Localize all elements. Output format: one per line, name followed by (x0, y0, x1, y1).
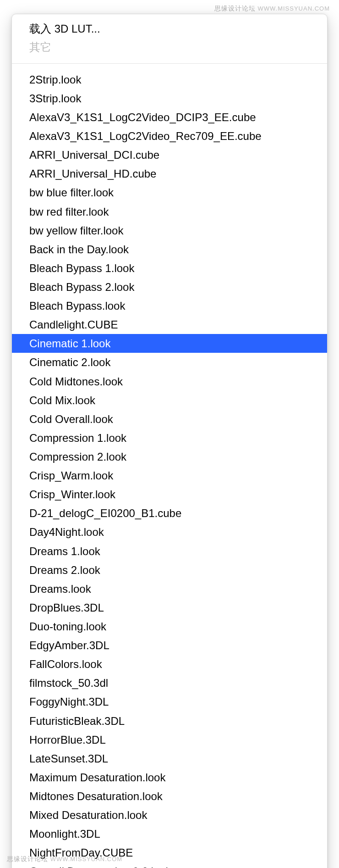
lut-list-item[interactable]: Mixed Desaturation.look (12, 806, 327, 824)
lut-list-item[interactable]: Cinematic 2.look (12, 353, 327, 372)
lut-list-item[interactable]: Cold Midtones.look (12, 372, 327, 391)
lut-list-item[interactable]: filmstock_50.3dl (12, 673, 327, 692)
lut-list-item[interactable]: Day4Night.look (12, 523, 327, 541)
lut-list-item[interactable]: Cold Overall.look (12, 410, 327, 428)
lut-list-item[interactable]: Bleach Bypass 1.look (12, 259, 327, 278)
lut-list-item[interactable]: Midtones Desaturation.look (12, 787, 327, 806)
lut-list-item[interactable]: bw yellow filter.look (12, 221, 327, 240)
lut-list-item[interactable]: FuturisticBleak.3DL (12, 712, 327, 730)
load-3d-lut-item[interactable]: 载入 3D LUT... (12, 20, 327, 38)
lut-list-item[interactable]: AlexaV3_K1S1_LogC2Video_DCIP3_EE.cube (12, 108, 327, 127)
lut-list-item[interactable]: bw red filter.look (12, 202, 327, 221)
watermark-top-chinese: 思缘设计论坛 (214, 5, 256, 12)
lut-list-item[interactable]: Crisp_Winter.look (12, 485, 327, 504)
dropdown-separator (12, 63, 327, 64)
lut-list-item[interactable]: Bleach Bypass.look (12, 296, 327, 315)
lut-list-item[interactable]: HorrorBlue.3DL (12, 730, 327, 749)
lut-list-item[interactable]: Compression 2.look (12, 447, 327, 466)
lut-list-item[interactable]: Cold Mix.look (12, 391, 327, 410)
lut-list-item[interactable]: Candlelight.CUBE (12, 315, 327, 334)
lut-list-item[interactable]: Moonlight.3DL (12, 824, 327, 843)
lut-list-item[interactable]: LateSunset.3DL (12, 749, 327, 768)
other-item: 其它 (12, 38, 327, 56)
dropdown-header-section: 载入 3D LUT... 其它 (12, 20, 327, 63)
watermark-bottom: 思缘设计论坛 WWW.MISSYUAN.COM (7, 855, 122, 863)
lut-list-item[interactable]: 3Strip.look (12, 89, 327, 108)
lut-list-item[interactable]: EdgyAmber.3DL (12, 636, 327, 655)
lut-list-item[interactable]: Dreams 2.look (12, 561, 327, 579)
lut-list-item[interactable]: Bleach Bypass 2.look (12, 278, 327, 296)
lut-list-item[interactable]: Back in the Day.look (12, 240, 327, 259)
lut-list-item[interactable]: ARRI_Universal_HD.cube (12, 164, 327, 183)
lut-list-item[interactable]: Cinematic 1.look (12, 334, 327, 353)
lut-list-item[interactable]: Maximum Desaturation.look (12, 768, 327, 787)
lut-list-item[interactable]: D-21_delogC_EI0200_B1.cube (12, 504, 327, 523)
lut-list-item[interactable]: Crisp_Warm.look (12, 466, 327, 485)
lut-list-item[interactable]: Dreams 1.look (12, 542, 327, 561)
watermark-bottom-chinese: 思缘设计论坛 (7, 855, 48, 862)
lut-list-item[interactable]: bw blue filter.look (12, 183, 327, 202)
lut-list-item[interactable]: 2Strip.look (12, 70, 327, 89)
lut-list-section: 2Strip.look3Strip.lookAlexaV3_K1S1_LogC2… (12, 70, 327, 868)
lut-list-item[interactable]: Dreams.look (12, 579, 327, 598)
watermark-bottom-url: WWW.MISSYUAN.COM (50, 856, 123, 862)
lut-list-item[interactable]: ARRI_Universal_DCI.cube (12, 145, 327, 164)
lut-list-item[interactable]: FoggyNight.3DL (12, 692, 327, 711)
lut-list-item[interactable]: Duo-toning.look (12, 617, 327, 636)
lut-list-item[interactable]: Compression 1.look (12, 428, 327, 447)
lut-dropdown-panel: 载入 3D LUT... 其它 2Strip.look3Strip.lookAl… (11, 14, 328, 868)
watermark-top-url: WWW.MISSYUAN.COM (257, 5, 330, 12)
watermark-top: 思缘设计论坛 WWW.MISSYUAN.COM (214, 5, 330, 13)
lut-list-item[interactable]: FallColors.look (12, 655, 327, 673)
lut-list-item[interactable]: AlexaV3_K1S1_LogC2Video_Rec709_EE.cube (12, 127, 327, 145)
lut-list-item[interactable]: DropBlues.3DL (12, 598, 327, 617)
